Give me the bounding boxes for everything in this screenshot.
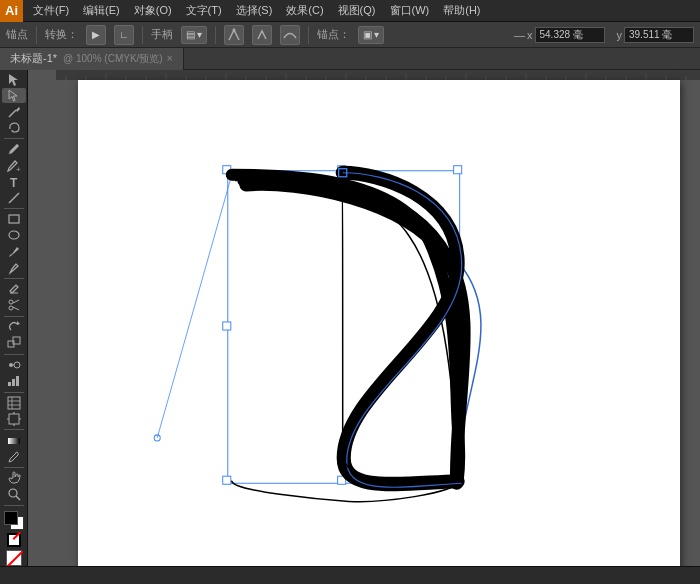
tool-magic-wand[interactable] — [2, 104, 26, 119]
menu-items: 文件(F) 编辑(E) 对象(O) 文字(T) 选择(S) 效果(C) 视图(Q… — [23, 1, 487, 20]
main-area: + T — [0, 70, 700, 584]
handle-dropdown[interactable]: ▤ ▾ — [181, 26, 207, 44]
document-canvas — [78, 80, 680, 574]
svg-point-17 — [14, 362, 20, 368]
svg-line-12 — [13, 307, 19, 310]
menu-bar: Ai 文件(F) 编辑(E) 对象(O) 文字(T) 选择(S) 效果(C) 视… — [0, 0, 700, 22]
tool-sep-8 — [4, 467, 24, 468]
svg-text:T: T — [10, 176, 18, 189]
svg-point-16 — [9, 363, 13, 367]
tool-slice[interactable] — [2, 395, 26, 410]
anchor-point-label: 锚点： — [317, 27, 350, 42]
tab-title: 未标题-1* — [10, 51, 57, 66]
tool-sep-2 — [4, 208, 24, 209]
transform-label: 转换： — [45, 27, 78, 42]
menu-text[interactable]: 文字(T) — [180, 1, 228, 20]
tool-sep-5 — [4, 354, 24, 355]
menu-object[interactable]: 对象(O) — [128, 1, 178, 20]
svg-point-32 — [9, 489, 17, 497]
tab-close-button[interactable]: × — [167, 53, 173, 64]
svg-line-5 — [9, 193, 19, 203]
svg-line-1 — [9, 110, 16, 117]
handle-label: 手柄 — [151, 27, 173, 42]
menu-file[interactable]: 文件(F) — [27, 1, 75, 20]
svg-rect-21 — [16, 376, 19, 386]
svg-rect-73 — [223, 322, 231, 330]
svg-text:+: + — [16, 165, 21, 173]
color-controls — [7, 533, 21, 547]
menu-help[interactable]: 帮助(H) — [437, 1, 486, 20]
tool-text[interactable]: T — [2, 174, 26, 189]
svg-rect-20 — [12, 379, 15, 386]
y-input[interactable] — [624, 27, 694, 43]
svg-rect-19 — [8, 382, 11, 386]
svg-line-11 — [13, 300, 19, 303]
app-logo: Ai — [0, 0, 23, 22]
menu-select[interactable]: 选择(S) — [230, 1, 279, 20]
tool-eyedropper[interactable] — [2, 449, 26, 464]
tool-line[interactable] — [2, 190, 26, 205]
tool-rect[interactable] — [2, 212, 26, 227]
canvas-area — [28, 70, 700, 584]
tool-scale[interactable] — [2, 336, 26, 351]
menu-window[interactable]: 窗口(W) — [384, 1, 436, 20]
tool-ellipse[interactable] — [2, 228, 26, 243]
handle-dropdown-arrow: ▾ — [197, 29, 202, 40]
svg-marker-13 — [17, 321, 20, 325]
divider-1 — [36, 26, 37, 44]
tool-blend[interactable] — [2, 357, 26, 372]
ruler-top — [56, 70, 700, 80]
tool-direct-selection[interactable] — [2, 88, 26, 103]
svg-line-33 — [16, 496, 20, 500]
document-tab[interactable]: 未标题-1* @ 100% (CMYK/预览) × — [0, 48, 184, 70]
anchor-point-dropdown[interactable]: ▣ ▾ — [358, 26, 384, 44]
tool-sep-3 — [4, 278, 24, 279]
svg-rect-35 — [56, 70, 700, 80]
tool-scissors[interactable] — [2, 298, 26, 313]
stroke-swatch[interactable] — [7, 533, 21, 547]
canvas-svg — [78, 80, 680, 574]
tool-brush[interactable] — [2, 244, 26, 259]
svg-rect-22 — [8, 397, 20, 409]
none-color[interactable] — [6, 550, 22, 566]
svg-line-78 — [157, 175, 232, 438]
divider-4 — [308, 26, 309, 44]
x-coord-box: — x — [514, 27, 605, 43]
tab-subtitle: @ 100% (CMYK/预览) — [63, 52, 163, 66]
color-swatches[interactable] — [2, 511, 26, 530]
tool-rotate[interactable] — [2, 320, 26, 335]
tool-selection[interactable] — [2, 72, 26, 87]
svg-point-0 — [233, 28, 236, 31]
transform-btn-corner[interactable]: ∟ — [114, 25, 134, 45]
tool-zoom[interactable] — [2, 487, 26, 502]
status-bar — [0, 566, 700, 584]
menu-edit[interactable]: 编辑(E) — [77, 1, 126, 20]
tool-chart[interactable] — [2, 374, 26, 389]
svg-rect-72 — [454, 166, 462, 174]
tool-lasso[interactable] — [2, 120, 26, 135]
pen-smooth-btn[interactable] — [280, 25, 300, 45]
tool-add-anchor[interactable]: + — [2, 158, 26, 173]
x-label-letter: x — [527, 29, 533, 41]
x-input[interactable] — [535, 27, 605, 43]
menu-view[interactable]: 视图(Q) — [332, 1, 382, 20]
fg-color-swatch[interactable] — [4, 511, 18, 525]
divider-3 — [215, 26, 216, 44]
svg-point-10 — [9, 306, 13, 310]
anchor-dropdown-arrow: ▾ — [374, 29, 379, 40]
tool-gradient[interactable] — [2, 433, 26, 448]
pen-anchor-btn[interactable] — [252, 25, 272, 45]
tool-pencil[interactable] — [2, 260, 26, 275]
tool-eraser[interactable] — [2, 282, 26, 297]
tool-hand[interactable] — [2, 471, 26, 486]
tool-artboard[interactable] — [2, 411, 26, 426]
tool-sep-1 — [4, 138, 24, 139]
svg-rect-75 — [223, 476, 231, 484]
tool-pen[interactable] — [2, 142, 26, 157]
tool-sep-9 — [4, 505, 24, 506]
pen-add-btn[interactable] — [224, 25, 244, 45]
transform-btn-arrow[interactable]: ▶ — [86, 25, 106, 45]
y-coord-box: y — [617, 27, 695, 43]
divider-2 — [142, 26, 143, 44]
menu-effect[interactable]: 效果(C) — [280, 1, 329, 20]
